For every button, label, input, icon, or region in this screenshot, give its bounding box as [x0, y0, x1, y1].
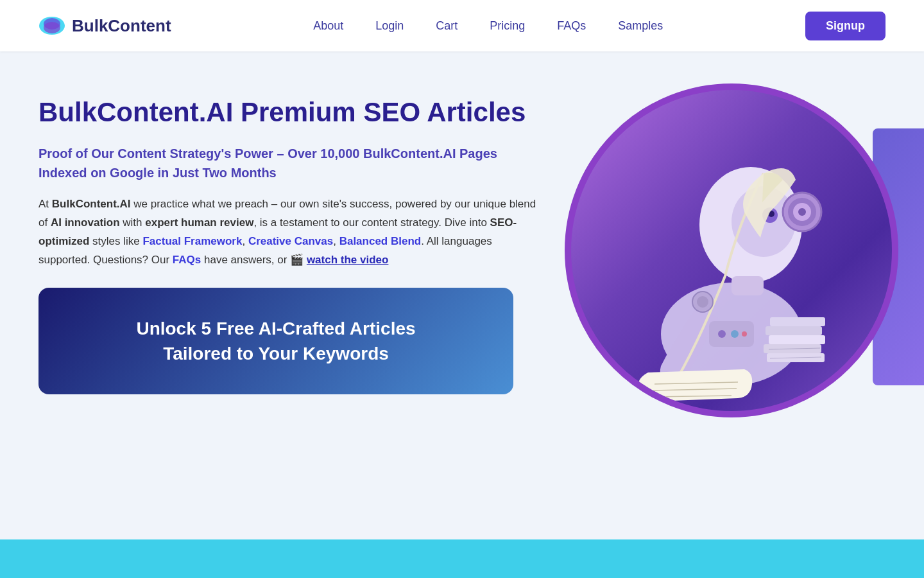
faqs-inline-link[interactable]: FAQs	[173, 254, 201, 266]
cta-line2: Tailored to Your Keywords	[64, 341, 488, 366]
svg-point-25	[697, 296, 708, 308]
body-mid2: with	[120, 216, 146, 229]
cta-banner: Unlock 5 Free AI-Crafted Articles Tailor…	[38, 288, 513, 394]
brand-name: BulkContent.AI	[52, 198, 131, 210]
nav-cart[interactable]: Cart	[436, 19, 458, 32]
body-mid5: ,	[242, 235, 248, 247]
hero-right	[565, 83, 898, 417]
expert-review: expert human review	[145, 216, 253, 229]
factual-framework-link[interactable]: Factual Framework	[142, 235, 242, 247]
svg-rect-8	[732, 276, 764, 295]
svg-point-27	[718, 330, 726, 338]
nav-about[interactable]: About	[313, 19, 343, 32]
logo-icon	[38, 12, 65, 39]
nav-links: About Login Cart Pricing FAQs Samples	[313, 19, 663, 33]
body-mid4: styles like	[89, 235, 142, 247]
svg-point-12	[798, 208, 806, 216]
hero-subtitle: Proof of Our Content Strategy's Power – …	[38, 144, 539, 182]
logo-area[interactable]: BulkContent	[38, 12, 171, 39]
logo-text: BulkContent	[72, 16, 171, 36]
nav-faqs[interactable]: FAQs	[557, 19, 586, 32]
svg-point-2	[44, 22, 60, 33]
cta-text: Unlock 5 Free AI-Crafted Articles Tailor…	[64, 316, 488, 366]
robot-illustration	[565, 83, 898, 417]
balanced-blend-link[interactable]: Balanced Blend	[339, 235, 422, 247]
cta-line1: Unlock 5 Free AI-Crafted Articles	[64, 316, 488, 341]
hero-title: BulkContent.AI Premium SEO Articles	[38, 96, 539, 128]
signup-button[interactable]: Signup	[805, 12, 886, 40]
navbar: BulkContent About Login Cart Pricing FAQ…	[0, 0, 924, 51]
nav-login[interactable]: Login	[375, 19, 404, 32]
body-prefix: At	[38, 198, 52, 210]
watch-video-link[interactable]: watch the video	[307, 254, 389, 266]
video-emoji: 🎬	[290, 254, 304, 266]
hero-section: BulkContent.AI Premium SEO Articles Proo…	[0, 51, 924, 539]
svg-rect-21	[770, 317, 825, 326]
robot-svg	[597, 96, 866, 405]
body-mid3: , is a testament to our content strategy…	[253, 216, 490, 229]
ai-innovation: AI innovation	[51, 216, 120, 229]
svg-point-28	[731, 330, 739, 338]
nav-pricing[interactable]: Pricing	[490, 19, 525, 32]
body-mid6: ,	[333, 235, 339, 247]
hero-body: At BulkContent.AI we practice what we pr…	[38, 195, 539, 270]
svg-point-29	[742, 331, 747, 337]
creative-canvas-link[interactable]: Creative Canvas	[248, 235, 333, 247]
hero-left: BulkContent.AI Premium SEO Articles Proo…	[38, 96, 539, 394]
svg-rect-20	[766, 326, 822, 335]
nav-samples[interactable]: Samples	[618, 19, 663, 32]
bottom-bar	[0, 539, 924, 578]
svg-rect-19	[769, 335, 825, 344]
body-mid8: have answers, or	[201, 254, 290, 266]
